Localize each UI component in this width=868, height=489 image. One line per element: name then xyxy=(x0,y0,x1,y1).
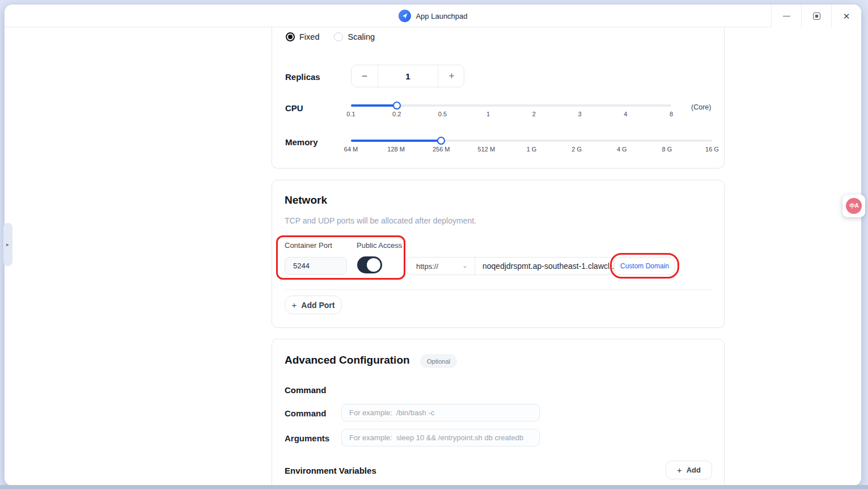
memory-tick-labels: 64 M128 M256 M512 M1 G2 G4 G8 G16 G xyxy=(351,146,712,154)
cpu-label: CPU xyxy=(285,103,303,113)
toggle-knob xyxy=(367,258,380,272)
radio-selected-icon xyxy=(286,32,295,41)
add-port-button[interactable]: + Add Port xyxy=(285,296,342,314)
minimize-button[interactable] xyxy=(771,5,801,27)
environment-variables-title: Environment Variables xyxy=(285,466,376,475)
cpu-slider-fill xyxy=(351,104,397,107)
radio-unselected-icon xyxy=(334,32,343,41)
custom-domain-button[interactable]: Custom Domain xyxy=(614,257,675,275)
close-button[interactable]: ✕ xyxy=(831,5,861,27)
slider-tick-label: 3 xyxy=(578,111,582,117)
advanced-configuration-card: Advanced Configuration Optional Command … xyxy=(272,339,725,486)
plus-icon: + xyxy=(292,301,297,309)
minimize-icon xyxy=(783,16,790,16)
arguments-input[interactable] xyxy=(341,429,540,446)
slider-tick-label: 64 M xyxy=(344,146,358,153)
network-divider xyxy=(285,289,712,290)
memory-slider[interactable] xyxy=(351,137,712,145)
restore-icon xyxy=(813,12,820,20)
app-launchpad-window: App Launchpad ✕ Fixed xyxy=(5,5,861,486)
memory-slider-handle[interactable] xyxy=(437,137,445,145)
radio-scaling[interactable]: Scaling xyxy=(334,32,375,41)
add-port-label: Add Port xyxy=(301,301,335,310)
page-bottom-strip xyxy=(0,485,868,489)
public-url-group: https:// ⌄ noqedjdrspmt.ap-southeast-1.c… xyxy=(407,257,614,275)
command-label: Command xyxy=(285,408,326,418)
add-label: Add xyxy=(687,466,701,474)
minus-icon: − xyxy=(362,70,368,82)
cpu-tick-labels: 0.10.20.512348 xyxy=(351,111,671,119)
advanced-title: Advanced Configuration xyxy=(285,354,410,366)
slider-tick-label: 128 M xyxy=(387,146,405,153)
app-launchpad-icon xyxy=(398,10,410,22)
command-section-title: Command xyxy=(285,385,326,395)
slider-tick-label: 16 G xyxy=(705,146,719,153)
network-card: Network TCP and UDP ports will be alloca… xyxy=(272,180,725,328)
protocol-value: https:// xyxy=(416,262,438,271)
replica-mode-radio-group: Fixed Scaling xyxy=(286,32,375,41)
command-input[interactable] xyxy=(341,404,540,421)
slider-tick-label: 1 xyxy=(486,111,490,117)
translate-icon: 中A xyxy=(846,198,862,214)
panel-expand-icon: ▸ xyxy=(6,242,9,247)
slider-tick-label: 0.2 xyxy=(392,111,401,117)
close-icon: ✕ xyxy=(843,12,850,20)
add-environment-variable-button[interactable]: + Add xyxy=(666,461,712,479)
cpu-slider-handle[interactable] xyxy=(393,102,401,109)
replicas-stepper: − 1 + xyxy=(351,65,464,87)
optional-badge: Optional xyxy=(420,354,457,368)
replicas-label: Replicas xyxy=(285,72,320,82)
container-port-label: Container Port xyxy=(285,241,332,250)
domain-value: noqedjdrspmt.ap-southeast-1.clawcl.. xyxy=(475,258,613,275)
replicas-decrease-button[interactable]: − xyxy=(352,65,378,87)
title-group: App Launchpad xyxy=(398,5,467,27)
slider-tick-label: 0.1 xyxy=(346,111,355,117)
cpu-slider[interactable] xyxy=(351,102,671,109)
network-subtitle: TCP and UDP ports will be allocated afte… xyxy=(285,216,476,225)
slider-tick-label: 8 G xyxy=(662,146,672,153)
titlebar: App Launchpad ✕ xyxy=(5,5,861,27)
memory-slider-fill xyxy=(351,140,441,142)
replicas-increase-button[interactable]: + xyxy=(438,65,465,87)
slider-tick-label: 2 G xyxy=(571,146,582,153)
public-access-toggle[interactable] xyxy=(357,256,382,273)
container-port-input[interactable] xyxy=(285,257,347,275)
translate-floating-button[interactable]: 中A xyxy=(842,195,865,217)
window-controls: ✕ xyxy=(771,5,861,27)
network-title: Network xyxy=(285,194,327,206)
plus-icon: + xyxy=(448,70,455,82)
radio-fixed[interactable]: Fixed xyxy=(286,32,319,41)
restore-button[interactable] xyxy=(801,5,831,27)
public-access-label: Public Access xyxy=(357,241,402,250)
slider-tick-label: 2 xyxy=(532,111,536,117)
slider-tick-label: 1 G xyxy=(527,146,537,153)
cpu-unit-label: (Core) xyxy=(691,103,711,111)
scroll-content[interactable]: Fixed Scaling Replicas − 1 + xyxy=(5,27,861,486)
chevron-down-icon: ⌄ xyxy=(462,264,468,268)
plus-icon: + xyxy=(677,466,682,474)
resources-card: Fixed Scaling Replicas − 1 + xyxy=(272,27,725,168)
arguments-label: Arguments xyxy=(285,433,329,443)
slider-tick-label: 512 M xyxy=(478,146,496,153)
slider-tick-label: 4 xyxy=(624,111,627,117)
protocol-select[interactable]: https:// ⌄ xyxy=(407,258,475,275)
memory-label: Memory xyxy=(285,137,318,147)
window-title: App Launchpad xyxy=(416,12,467,20)
slider-tick-label: 8 xyxy=(670,111,673,117)
slider-tick-label: 0.5 xyxy=(438,111,447,117)
slider-tick-label: 256 M xyxy=(433,146,450,153)
panel-expand-handle[interactable]: ▸ xyxy=(3,223,12,266)
replicas-value: 1 xyxy=(378,65,438,87)
slider-tick-label: 4 G xyxy=(617,146,627,153)
